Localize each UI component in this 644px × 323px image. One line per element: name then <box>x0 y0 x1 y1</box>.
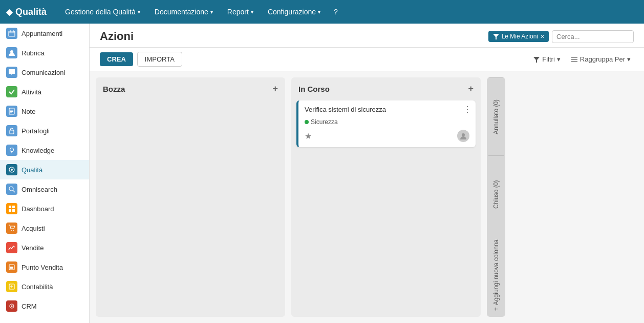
svg-point-34 <box>462 133 465 136</box>
sidebar-item-omnisearch[interactable]: Omnisearch <box>0 179 89 199</box>
svg-rect-17 <box>12 206 15 208</box>
chevron-down-icon: ▾ <box>210 9 213 15</box>
sidebar-item-appuntamenti[interactable]: Appuntamenti <box>0 24 89 43</box>
brand-name: Qualità <box>15 7 47 17</box>
sidebar-item-comunicazioni[interactable]: Comunicazioni <box>0 63 89 82</box>
svg-point-10 <box>10 148 14 152</box>
checkmark-icon <box>6 86 17 97</box>
accounting-icon <box>6 281 17 292</box>
svg-point-20 <box>11 230 12 231</box>
column-header-bozza: Bozza + <box>96 77 285 100</box>
chevron-down-icon: ▾ <box>251 9 253 15</box>
lock-icon <box>6 125 17 136</box>
kanban-card: ⋮ Verifica sistemi di sicurezza Sicurezz… <box>296 100 476 147</box>
chevron-down-icon: ▾ <box>138 9 140 15</box>
svg-rect-0 <box>9 31 15 36</box>
sidebar-item-portafogli[interactable]: Portafogli <box>0 121 89 140</box>
calendar-icon <box>6 28 17 39</box>
nav-help[interactable]: ? <box>329 5 343 19</box>
sidebar-item-note[interactable]: Note <box>0 102 89 121</box>
card-title: Verifica sistemi di sicurezza <box>305 106 459 113</box>
nav-configurazione[interactable]: Configurazione ▾ <box>262 5 327 19</box>
import-button[interactable]: IMPORTA <box>137 52 182 67</box>
crm-icon <box>6 300 17 312</box>
action-toolbar: CREA IMPORTA Filtri ▾ Raggruppa Per ▾ <box>90 48 644 71</box>
person-icon <box>6 47 17 58</box>
collapsed-columns-area: Annullato (0) Chiuso (0) + Aggiungi nuov… <box>487 77 505 317</box>
svg-point-28 <box>11 306 13 307</box>
page-title: Azioni <box>100 30 134 43</box>
sidebar-item-qualita[interactable]: Qualità <box>0 160 89 179</box>
svg-point-14 <box>9 187 13 191</box>
column-header-in-corso: In Corso + <box>291 77 481 100</box>
main-layout: Appuntamenti Rubrica Comunicazioni Attiv… <box>0 24 644 323</box>
sidebar-item-knowledge[interactable]: Knowledge <box>0 140 89 160</box>
brand-icon: ◆ <box>6 7 12 17</box>
svg-line-15 <box>13 190 15 192</box>
sidebar: Appuntamenti Rubrica Comunicazioni Attiv… <box>0 24 90 323</box>
sidebar-item-dashboard[interactable]: Dashboard <box>0 199 89 218</box>
nav-documentazione[interactable]: Documentazione ▾ <box>148 5 219 19</box>
column-add-bozza-button[interactable]: + <box>272 84 278 94</box>
svg-rect-19 <box>12 209 15 212</box>
note-icon <box>6 106 17 117</box>
chevron-down-icon: ▾ <box>318 9 320 15</box>
plus-icon: + <box>492 307 500 311</box>
sidebar-item-rubrica[interactable]: Rubrica <box>0 43 89 63</box>
star-icon[interactable]: ★ <box>305 131 312 141</box>
filter-remove-button[interactable]: ✕ <box>540 33 545 40</box>
content-header: Azioni Le Mie Azioni ✕ <box>90 24 644 48</box>
bozza-cards <box>96 100 285 317</box>
funnel-icon <box>492 33 500 40</box>
chart-icon <box>6 242 17 253</box>
group-by-button[interactable]: Raggruppa Per ▾ <box>568 53 634 65</box>
dashboard-icon <box>6 203 17 214</box>
kanban-column-in-corso: In Corso + ⋮ Verifica sistemi di sicurez… <box>291 77 481 317</box>
svg-point-21 <box>13 230 14 231</box>
create-button[interactable]: CREA <box>100 52 133 66</box>
column-add-in-corso-button[interactable]: + <box>468 84 474 94</box>
svg-rect-23 <box>10 267 13 269</box>
filter-icon <box>533 56 540 63</box>
cart-icon <box>6 223 17 234</box>
navbar: ◆ Qualità Gestione della Qualità ▾ Docum… <box>0 0 644 24</box>
brand[interactable]: ◆ Qualità <box>6 7 47 17</box>
card-footer: ★ <box>305 130 469 142</box>
chat-icon <box>6 67 17 78</box>
add-column-button[interactable]: + Aggiungi nuova colonna <box>488 233 504 317</box>
omnisearch-icon <box>6 184 17 195</box>
active-filter-badge: Le Mie Azioni ✕ <box>488 31 549 42</box>
header-actions: Le Mie Azioni ✕ <box>488 30 634 43</box>
groupby-icon <box>571 56 578 63</box>
nav-report[interactable]: Report ▾ <box>221 5 260 19</box>
sidebar-item-contabilita[interactable]: Contabilità <box>0 277 89 296</box>
svg-rect-9 <box>10 130 14 134</box>
kanban-column-bozza: Bozza + <box>96 77 285 317</box>
svg-point-13 <box>11 169 13 171</box>
sidebar-item-vendite[interactable]: Vendite <box>0 238 89 257</box>
card-menu-button[interactable]: ⋮ <box>463 105 471 114</box>
collapsed-column-annullato[interactable]: Chiuso (0) <box>488 155 504 233</box>
quality-icon <box>6 164 17 175</box>
pos-icon <box>6 261 17 273</box>
sidebar-item-acquisti[interactable]: Acquisti <box>0 218 89 238</box>
in-corso-cards: ⋮ Verifica sistemi di sicurezza Sicurezz… <box>291 100 481 317</box>
toolbar-right: Filtri ▾ Raggruppa Per ▾ <box>530 53 634 65</box>
collapsed-column-chiuso[interactable]: Annullato (0) <box>488 77 504 155</box>
search-input[interactable] <box>552 30 634 43</box>
svg-rect-16 <box>9 206 11 208</box>
card-tag: Sicurezza <box>305 118 338 126</box>
groupby-caret-icon: ▾ <box>627 55 631 63</box>
sidebar-item-crm[interactable]: CRM <box>0 296 89 316</box>
sidebar-item-punto-vendita[interactable]: Punto Vendita <box>0 257 89 277</box>
filter-caret-icon: ▾ <box>557 55 561 63</box>
nav-gestione[interactable]: Gestione della Qualità ▾ <box>59 5 146 19</box>
tag-dot-icon <box>305 120 309 124</box>
user-avatar <box>457 130 469 142</box>
svg-marker-30 <box>533 57 540 63</box>
main-content: Azioni Le Mie Azioni ✕ CREA IMPORTA Filt… <box>90 24 644 323</box>
filter-button[interactable]: Filtri ▾ <box>530 53 564 65</box>
knowledge-icon <box>6 145 17 156</box>
svg-marker-29 <box>493 34 499 39</box>
sidebar-item-attivita[interactable]: Attività <box>0 82 89 102</box>
